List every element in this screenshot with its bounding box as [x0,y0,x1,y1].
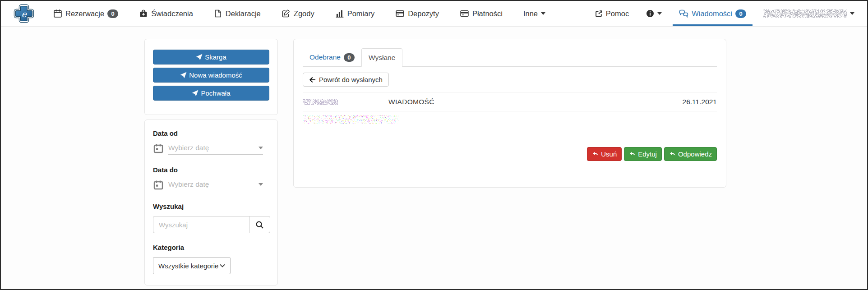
nav-label: Rezerwacje [65,9,104,18]
mailbox-tabs: Odebrane 0 Wysłane [303,48,717,67]
date-to-label: Data do [153,166,269,174]
nav-item-deklaracje[interactable]: Deklaracje [214,1,261,26]
nav-item-pomoc[interactable]: Pomoc [595,1,629,26]
app-logo[interactable]: e [14,1,34,26]
nav-label: Pomiary [347,9,375,18]
reply-icon [629,151,636,157]
medical-bag-icon [139,9,148,18]
caret-down-icon[interactable] [259,147,263,149]
calendar-icon[interactable] [153,180,164,190]
bar-chart-icon [335,9,344,18]
odebrane-count-badge: 0 [344,53,355,62]
caret-down-icon [541,12,545,15]
category-label: Kategoria [153,244,269,251]
message-actions-panel: Skarga Nowa wiadomość Pochwała [144,39,278,115]
paper-plane-icon [196,54,203,60]
nav-item-pomiary[interactable]: Pomiary [335,1,375,26]
caret-down-icon[interactable] [259,183,263,186]
rezerwacje-count-badge: 0 [107,9,118,18]
nav-item-rezerwacje[interactable]: Rezerwacje 0 [53,1,118,26]
help-label: Pomoc [606,9,629,18]
credit-card-icon [395,9,405,18]
date-to-row [153,180,259,191]
date-to-input-wrap [168,180,263,191]
paper-plane-icon [192,90,199,97]
nav-label: Inne [523,9,538,18]
reply-icon [592,151,599,157]
tab-odebrane[interactable]: Odebrane 0 [303,48,361,66]
category-selected-value: Wszystkie kategorie [158,262,218,270]
search-icon [255,221,264,229]
edit-button[interactable]: Edytuj [624,147,662,161]
tab-wyslane[interactable]: Wysłane [361,48,402,67]
chat-bubbles-icon [679,9,688,18]
pochwala-button[interactable]: Pochwała [153,86,269,101]
app-window: e Rezerwacje 0 Świadczenia [0,0,868,290]
date-from-label: Data od [153,129,269,137]
tab-label: Wysłane [369,54,395,62]
back-to-sent-button[interactable]: Powrót do wysłanych [303,73,389,87]
primary-nav: Rezerwacje 0 Świadczenia Deklaracje [53,1,545,26]
nav-item-wiadomosci[interactable]: Wiadomości 0 [679,1,746,26]
reply-icon [669,151,676,157]
credit-card-icon [460,9,469,18]
nowa-wiadomosc-button[interactable]: Nowa wiadomość [153,68,269,83]
e-health-cross-icon: e [14,4,34,23]
message-title: WIADOMOŚĆ [388,98,683,106]
redacted-sender [303,99,338,105]
skarga-button[interactable]: Skarga [153,50,269,64]
filters-panel: Data od Data do Wyszukaj [144,120,278,285]
nav-item-platnosci[interactable]: Płatności [460,1,503,26]
message-date: 26.11.2021 [683,98,717,106]
date-from-input-wrap [168,144,263,155]
redacted-message-preview [303,115,398,124]
nav-label: Świadczenia [151,9,193,18]
date-from-input[interactable] [168,144,259,152]
delete-button[interactable]: Usuń [587,147,622,161]
tab-label: Odebrane [309,53,341,61]
nav-label: Płatności [472,9,503,18]
nav-item-zgody[interactable]: Zgody [282,1,314,26]
chevron-down-icon [220,264,225,267]
nav-item-info-dropdown[interactable] [646,1,662,26]
paper-plane-icon [180,72,187,78]
user-menu-dropdown[interactable] [763,1,854,26]
nav-label: Deklaracje [226,9,261,18]
button-label: Skarga [205,53,226,61]
nav-label: Depozyty [408,9,439,18]
button-label: Nowa wiadomość [189,71,242,79]
button-label: Usuń [601,150,617,158]
calendar-icon[interactable] [153,143,164,154]
info-circle-icon [646,9,654,18]
date-from-row [153,143,259,155]
top-navbar: e Rezerwacje 0 Świadczenia [1,1,867,27]
calendar-icon [53,9,62,18]
message-action-buttons: Usuń Edytuj Odpowiedz [587,147,717,161]
nav-label: Zgody [294,9,314,18]
reply-button[interactable]: Odpowiedz [664,147,717,161]
nav-item-inne-dropdown[interactable]: Inne [523,1,545,26]
arrow-left-icon [309,77,316,83]
nav-item-swiadczenia[interactable]: Świadczenia [139,1,193,26]
edit-icon [282,9,291,18]
search-label: Wyszukaj [153,203,269,210]
redacted-username [763,9,847,18]
external-link-icon [595,10,603,18]
search-input[interactable] [153,216,249,233]
messages-panel: Odebrane 0 Wysłane Powrót do wysłanych [293,39,726,188]
secondary-nav: Pomoc Wiadomości 0 [595,1,854,26]
back-button-label: Powrót do wysłanych [319,76,383,83]
button-label: Pochwała [201,89,230,97]
nav-item-depozyty[interactable]: Depozyty [395,1,439,26]
messages-label: Wiadomości [692,9,732,18]
button-label: Edytuj [638,150,657,158]
search-button[interactable] [249,216,270,233]
category-select[interactable]: Wszystkie kategorie [153,257,231,274]
date-to-input[interactable] [168,180,259,189]
message-row[interactable]: WIADOMOŚĆ 26.11.2021 [303,92,717,111]
svg-text:e: e [21,9,27,19]
caret-down-icon [657,12,662,15]
caret-down-icon [850,12,854,15]
document-icon [214,9,222,18]
button-label: Odpowiedz [678,150,712,158]
